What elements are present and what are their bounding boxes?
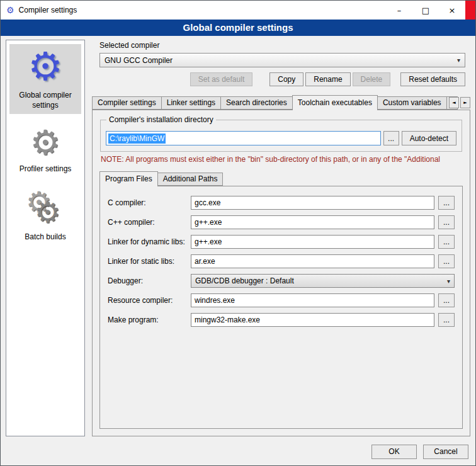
cpp-compiler-label: C++ compiler: xyxy=(108,218,187,227)
linker-dynamic-input[interactable]: g++.exe xyxy=(191,235,434,249)
linker-static-browse-button[interactable]: ... xyxy=(438,254,455,268)
rename-button[interactable]: Rename xyxy=(305,72,350,86)
cpp-compiler-browse-button[interactable]: ... xyxy=(438,215,455,229)
sidebar-item-profiler-settings[interactable]: ⚙ Profiler settings xyxy=(9,123,81,178)
debugger-select[interactable]: GDB/CDB debugger : Default ▾ xyxy=(191,274,455,288)
tab-program-files[interactable]: Program Files xyxy=(99,171,158,186)
resource-compiler-input[interactable]: windres.exe xyxy=(191,293,434,307)
maximize-button[interactable]: □ xyxy=(412,1,439,20)
make-program-label: Make program: xyxy=(108,315,187,324)
installation-directory-row: C:\raylib\MinGW ... Auto-detect xyxy=(106,131,456,145)
settings-tabstrip: Compiler settings Linker settings Search… xyxy=(92,94,470,110)
bin-subdirectory-note: NOTE: All programs must exist either in … xyxy=(101,155,462,164)
delete-button[interactable]: Delete xyxy=(353,72,391,86)
gear-icon: ⚙ xyxy=(28,47,63,86)
cancel-button[interactable]: Cancel xyxy=(423,445,468,459)
toolchain-executables-panel: Compiler's installation directory C:\ray… xyxy=(92,110,470,436)
tab-scroll-left-icon[interactable]: ◄ xyxy=(449,97,459,108)
dialog-footer: OK Cancel xyxy=(1,438,475,465)
linker-dynamic-browse-button[interactable]: ... xyxy=(438,235,455,249)
debugger-label: Debugger: xyxy=(108,276,187,285)
app-gear-icon: ⚙ xyxy=(6,6,14,14)
chevron-down-icon: ▾ xyxy=(457,57,460,64)
set-as-default-button[interactable]: Set as default xyxy=(190,72,252,86)
sidebar-item-label: Batch builds xyxy=(25,232,65,242)
minimize-button[interactable]: – xyxy=(386,1,412,20)
tab-compiler-settings[interactable]: Compiler settings xyxy=(92,96,162,110)
tab-search-directories[interactable]: Search directories xyxy=(220,96,293,110)
c-compiler-label: C compiler: xyxy=(108,198,187,207)
tab-scroll-arrows: ◄ ► xyxy=(449,97,470,108)
tab-linker-settings[interactable]: Linker settings xyxy=(161,96,221,110)
linker-dynamic-label: Linker for dynamic libs: xyxy=(108,237,187,246)
dialog-content: ⚙ Global compiler settings ⚙ Profiler se… xyxy=(1,36,475,438)
page-title: Global compiler settings xyxy=(1,20,475,36)
cpp-compiler-input[interactable]: g++.exe xyxy=(191,215,434,229)
sidebar-item-label: Global compiler settings xyxy=(11,91,80,110)
sidebar-item-global-compiler-settings[interactable]: ⚙ Global compiler settings xyxy=(9,44,81,114)
compiler-actions: Set as default Copy Rename Delete Reset … xyxy=(99,72,465,86)
installation-directory-label: Compiler's installation directory xyxy=(106,115,216,124)
titlebar: ⚙ Compiler settings – □ × xyxy=(1,1,475,20)
c-compiler-input[interactable]: gcc.exe xyxy=(191,196,434,210)
close-button[interactable]: × xyxy=(439,1,465,20)
linker-static-input[interactable]: ar.exe xyxy=(191,254,434,268)
chevron-down-icon: ▾ xyxy=(447,278,450,285)
batch-builds-icon: ⚙ ⚙ xyxy=(25,190,66,228)
field-row-make-program: Make program: mingw32-make.exe ... xyxy=(108,313,455,327)
field-row-cpp-compiler: C++ compiler: g++.exe ... xyxy=(108,215,455,229)
make-program-browse-button[interactable]: ... xyxy=(438,313,455,327)
selected-compiler-dropdown[interactable]: GNU GCC Compiler ▾ xyxy=(99,53,465,67)
resource-compiler-browse-button[interactable]: ... xyxy=(438,293,455,307)
compiler-settings-dialog: { "colors": { "banner_bg": "#0c4293", "s… xyxy=(0,0,476,466)
tab-custom-variables[interactable]: Custom variables xyxy=(377,96,447,110)
window-controls: – □ × xyxy=(386,1,475,20)
ok-button[interactable]: OK xyxy=(371,445,417,459)
field-row-linker-static: Linker for static libs: ar.exe ... xyxy=(108,254,455,268)
installation-directory-input[interactable]: C:\raylib\MinGW xyxy=(106,131,381,145)
selected-compiler-value: GNU GCC Compiler xyxy=(105,56,173,65)
window-title: Compiler settings xyxy=(19,6,77,14)
field-row-debugger: Debugger: GDB/CDB debugger : Default ▾ xyxy=(108,274,455,288)
copy-button[interactable]: Copy xyxy=(269,72,303,86)
program-files-panel: C compiler: gcc.exe ... C++ compiler: g+… xyxy=(99,186,463,429)
resource-compiler-label: Resource compiler: xyxy=(108,296,187,305)
c-compiler-browse-button[interactable]: ... xyxy=(438,196,455,210)
profiler-icon: ⚙ xyxy=(30,126,60,160)
tab-scroll-right-icon[interactable]: ► xyxy=(460,97,470,108)
make-program-input[interactable]: mingw32-make.exe xyxy=(191,313,434,327)
field-row-c-compiler: C compiler: gcc.exe ... xyxy=(108,196,455,210)
debugger-value: GDB/CDB debugger : Default xyxy=(195,276,294,285)
settings-sidebar: ⚙ Global compiler settings ⚙ Profiler se… xyxy=(6,40,85,436)
installation-directory-group: Compiler's installation directory C:\ray… xyxy=(100,120,462,152)
main-panel: Selected compiler GNU GCC Compiler ▾ Set… xyxy=(92,40,470,436)
installation-directory-value: C:\raylib\MinGW xyxy=(108,134,166,144)
background-window-close-strip xyxy=(465,1,475,20)
browse-directory-button[interactable]: ... xyxy=(383,131,399,145)
sidebar-item-batch-builds[interactable]: ⚙ ⚙ Batch builds xyxy=(9,187,81,246)
tab-toolchain-executables[interactable]: Toolchain executables xyxy=(292,95,378,110)
program-files-tabstrip: Program Files Additional Paths xyxy=(99,171,463,186)
reset-defaults-button[interactable]: Reset defaults xyxy=(400,72,465,86)
field-row-resource-compiler: Resource compiler: windres.exe ... xyxy=(108,293,455,307)
tab-additional-paths[interactable]: Additional Paths xyxy=(157,173,224,186)
auto-detect-button[interactable]: Auto-detect xyxy=(402,131,456,145)
sidebar-item-label: Profiler settings xyxy=(20,164,72,174)
field-row-linker-dynamic: Linker for dynamic libs: g++.exe ... xyxy=(108,235,455,249)
gear-icon: ⚙ xyxy=(35,198,60,227)
selected-compiler-label: Selected compiler xyxy=(99,41,470,50)
linker-static-label: Linker for static libs: xyxy=(108,257,187,266)
